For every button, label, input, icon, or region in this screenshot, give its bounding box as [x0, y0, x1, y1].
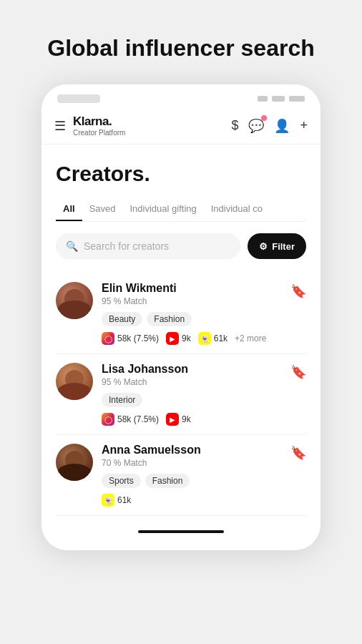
- search-placeholder: Search for creators: [84, 240, 169, 252]
- social-stats-elin: ◯ 58k (7.5%) ▶ 9k 👻 61k +2 more: [102, 332, 279, 345]
- status-time: [57, 94, 100, 103]
- instagram-count-elin: 58k (7.5%): [117, 333, 159, 343]
- creator-tags-elin: Beauty Fashion: [102, 312, 279, 326]
- nav-actions: $ 💬 👤 +: [231, 118, 308, 134]
- creator-card-lisa[interactable]: Lisa Johansson 95 % Match Interior ◯ 58k…: [56, 354, 306, 435]
- creator-info-anna: Anna Samuelsson 70 % Match Sports Fashio…: [102, 444, 279, 507]
- creator-card-anna[interactable]: Anna Samuelsson 70 % Match Sports Fashio…: [56, 435, 306, 516]
- notification-badge: [261, 115, 267, 121]
- creator-match-anna: 70 % Match: [102, 458, 279, 468]
- creator-info-elin: Elin Wikmenti 95 % Match Beauty Fashion …: [102, 282, 279, 345]
- home-indicator: [138, 530, 224, 533]
- brand-name: Klarna.: [73, 114, 231, 129]
- avatar-lisa: [56, 363, 93, 400]
- creator-name-lisa: Lisa Johansson: [102, 363, 279, 376]
- main-content: Creators. All Saved Individual gifting I…: [41, 145, 321, 516]
- tag-interior: Interior: [102, 393, 142, 407]
- page-title: Global influencer search: [47, 34, 314, 62]
- more-platforms-elin: +2 more: [235, 333, 266, 343]
- social-stats-lisa: ◯ 58k (7.5%) ▶ 9k: [102, 413, 279, 426]
- snapchat-count-anna: 61k: [117, 495, 131, 505]
- tab-bar: All Saved Individual gifting Individual …: [56, 199, 306, 222]
- youtube-icon-elin: ▶: [166, 332, 179, 345]
- instagram-stat-elin: ◯ 58k (7.5%): [102, 332, 159, 345]
- tag-sports: Sports: [102, 474, 141, 488]
- snapchat-icon-elin: 👻: [198, 332, 211, 345]
- snapchat-icon-anna: 👻: [102, 494, 114, 507]
- search-box[interactable]: 🔍 Search for creators: [56, 233, 240, 259]
- social-stats-anna: 👻 61k: [102, 494, 279, 507]
- creator-tags-anna: Sports Fashion: [102, 474, 279, 488]
- phone-frame: ☰ Klarna. Creator Platform $ 💬 👤 + Creat…: [41, 84, 321, 550]
- youtube-count-lisa: 9k: [182, 414, 191, 424]
- brand-logo: Klarna. Creator Platform: [73, 114, 231, 137]
- youtube-icon-lisa: ▶: [166, 413, 179, 426]
- instagram-count-lisa: 58k (7.5%): [117, 414, 159, 424]
- creator-card-elin[interactable]: Elin Wikmenti 95 % Match Beauty Fashion …: [56, 273, 306, 354]
- signal-icon: [272, 96, 285, 102]
- creators-heading: Creators.: [56, 162, 306, 186]
- creator-name-elin: Elin Wikmenti: [102, 282, 279, 295]
- snapchat-stat-elin: 👻 61k: [198, 332, 228, 345]
- snapchat-count-elin: 61k: [214, 333, 228, 343]
- filter-icon: ⚙: [259, 241, 268, 252]
- avatar-anna: [56, 444, 93, 481]
- dollar-icon[interactable]: $: [231, 118, 238, 133]
- tag-fashion-anna: Fashion: [145, 474, 190, 488]
- bookmark-button-lisa[interactable]: 🔖: [288, 363, 306, 380]
- creator-name-anna: Anna Samuelsson: [102, 444, 279, 457]
- tag-fashion: Fashion: [147, 312, 192, 326]
- messages-icon[interactable]: 💬: [248, 118, 264, 134]
- filter-label: Filter: [272, 241, 295, 252]
- creator-info-lisa: Lisa Johansson 95 % Match Interior ◯ 58k…: [102, 363, 279, 426]
- brand-subtitle: Creator Platform: [73, 129, 231, 137]
- search-icon: 🔍: [66, 240, 78, 252]
- tab-all[interactable]: All: [56, 199, 82, 221]
- status-bar: [41, 84, 321, 107]
- youtube-stat-elin: ▶ 9k: [166, 332, 191, 345]
- instagram-stat-lisa: ◯ 58k (7.5%): [102, 413, 159, 426]
- status-icons: [258, 96, 305, 102]
- tab-individual-co[interactable]: Individual co: [204, 199, 270, 221]
- bookmark-button-elin[interactable]: 🔖: [288, 282, 306, 299]
- wifi-icon: [258, 96, 268, 102]
- battery-icon: [289, 96, 305, 102]
- instagram-icon-elin: ◯: [102, 332, 114, 345]
- youtube-count-elin: 9k: [182, 333, 191, 343]
- snapchat-stat-anna: 👻 61k: [102, 494, 131, 507]
- tab-individual-gifting[interactable]: Individual gifting: [123, 199, 204, 221]
- creator-match-elin: 95 % Match: [102, 296, 279, 306]
- tab-saved[interactable]: Saved: [82, 199, 123, 221]
- filter-button[interactable]: ⚙ Filter: [248, 233, 306, 259]
- profile-icon[interactable]: 👤: [274, 118, 290, 134]
- nav-bar: ☰ Klarna. Creator Platform $ 💬 👤 +: [41, 107, 321, 145]
- avatar-elin: [56, 282, 93, 319]
- tag-beauty: Beauty: [102, 312, 142, 326]
- creator-tags-lisa: Interior: [102, 393, 279, 407]
- hamburger-menu-icon[interactable]: ☰: [54, 118, 66, 134]
- search-filter-row: 🔍 Search for creators ⚙ Filter: [56, 233, 306, 259]
- bookmark-button-anna[interactable]: 🔖: [288, 444, 306, 461]
- add-icon[interactable]: +: [300, 118, 308, 133]
- youtube-stat-lisa: ▶ 9k: [166, 413, 191, 426]
- instagram-icon-lisa: ◯: [102, 413, 114, 426]
- creator-match-lisa: 95 % Match: [102, 377, 279, 387]
